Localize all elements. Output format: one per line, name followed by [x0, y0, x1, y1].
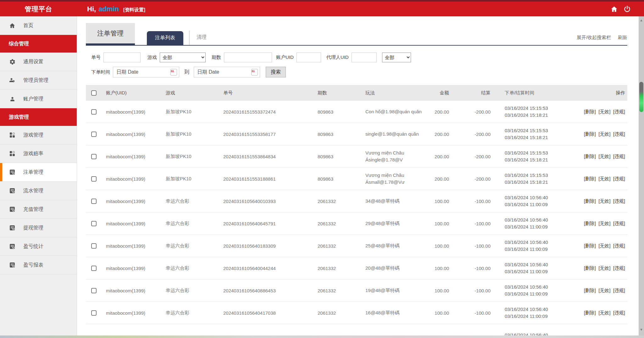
- search-button[interactable]: 搜索: [266, 67, 286, 77]
- status-select[interactable]: 全部: [382, 53, 411, 62]
- tab-order-list[interactable]: 注单列表: [147, 31, 183, 45]
- invalid-link[interactable]: [无效]: [598, 243, 610, 248]
- cell-game: 新加坡PK10: [159, 131, 216, 137]
- delete-link[interactable]: [删除]: [584, 243, 596, 248]
- invalid-link[interactable]: [无效]: [598, 109, 610, 114]
- sidebar-item[interactable]: 盈亏统计: [0, 237, 77, 256]
- violation-link[interactable]: [违规]: [613, 221, 625, 226]
- refresh-link[interactable]: 刷新: [618, 35, 627, 41]
- sidebar-item[interactable]: 账户管理: [0, 90, 77, 108]
- violation-link[interactable]: [违规]: [613, 198, 625, 204]
- sidebar-item[interactable]: 盈亏报表: [0, 256, 77, 274]
- row-checkbox[interactable]: [91, 288, 97, 293]
- cell-period: 2061332: [308, 243, 358, 249]
- delete-link[interactable]: [删除]: [584, 310, 596, 315]
- report-icon: [9, 224, 16, 231]
- sidebar-item[interactable]: 流水管理: [0, 182, 77, 200]
- sidebar-item[interactable]: 游戏赔率: [0, 144, 77, 163]
- sidebar-item[interactable]: 通用设置: [0, 53, 77, 71]
- date-from-input[interactable]: [113, 69, 164, 75]
- power-icon[interactable]: [624, 5, 631, 13]
- scrollbar-thumb[interactable]: [639, 82, 643, 112]
- vertical-scrollbar[interactable]: ▲ ▼: [639, 16, 644, 335]
- row-checkbox[interactable]: [91, 176, 97, 182]
- order-no-input[interactable]: [103, 53, 141, 62]
- sidebar-item[interactable]: 游戏管理: [0, 126, 77, 144]
- period-input[interactable]: [224, 53, 272, 62]
- delete-link[interactable]: [删除]: [584, 265, 596, 271]
- column-header: 账户(UID): [101, 90, 159, 96]
- cell-order-no: 20240316151553358177: [216, 132, 308, 137]
- cell-order-no: 20240316105640010393: [216, 199, 308, 204]
- agent-uid-input[interactable]: [352, 53, 377, 62]
- scroll-down-arrow[interactable]: ▼: [639, 327, 644, 332]
- row-checkbox[interactable]: [91, 132, 97, 137]
- row-checkbox[interactable]: [91, 243, 97, 249]
- select-all-checkbox[interactable]: [91, 90, 97, 96]
- cell-period: 2061332: [308, 221, 358, 226]
- app-header: 管理平台 Hi, admin [资料设置]: [0, 2, 644, 16]
- delete-link[interactable]: [删除]: [584, 131, 596, 137]
- invalid-link[interactable]: [无效]: [598, 265, 610, 271]
- invalid-link[interactable]: [无效]: [598, 176, 610, 181]
- date-to-input[interactable]: [194, 69, 244, 75]
- sidebar-item[interactable]: 注单管理: [0, 163, 77, 182]
- cell-amount: 100.00: [428, 310, 459, 316]
- delete-link[interactable]: [删除]: [584, 154, 596, 159]
- home-icon[interactable]: [610, 6, 618, 13]
- cell-order-no: 20240316105640417038: [216, 310, 308, 316]
- delete-link[interactable]: [删除]: [584, 176, 596, 181]
- invalid-link[interactable]: [无效]: [598, 131, 610, 137]
- violation-link[interactable]: [违规]: [613, 176, 625, 181]
- scroll-up-arrow[interactable]: ▲: [639, 18, 644, 23]
- main-content: 注单管理 注单列表 清理 展开/收起搜索栏 刷新 单号 游戏 全部 期数 账户U…: [77, 16, 639, 338]
- violation-link[interactable]: [违规]: [613, 131, 625, 137]
- profile-settings-link[interactable]: [资料设置]: [123, 7, 145, 13]
- sidebar-item-label: 管理员管理: [23, 77, 48, 84]
- sidebar-item[interactable]: 管理员管理: [0, 71, 77, 90]
- game-select[interactable]: 全部: [160, 53, 206, 62]
- cell-account: mitaobocom(1399): [101, 176, 159, 182]
- cell-actions: [删除] [无效] [违规]: [561, 288, 627, 294]
- row-checkbox[interactable]: [91, 310, 97, 316]
- invalid-link[interactable]: [无效]: [598, 288, 610, 293]
- violation-link[interactable]: [违规]: [613, 310, 625, 315]
- calendar-icon[interactable]: 31: [170, 69, 177, 76]
- cell-period: 809863: [308, 109, 358, 115]
- invalid-link[interactable]: [无效]: [598, 154, 610, 159]
- sidebar-item[interactable]: 首页: [0, 16, 77, 35]
- sidebar-item[interactable]: 提现管理: [0, 219, 77, 237]
- delete-link[interactable]: [删除]: [584, 221, 596, 226]
- row-checkbox[interactable]: [91, 199, 97, 204]
- invalid-link[interactable]: [无效]: [598, 198, 610, 204]
- violation-link[interactable]: [违规]: [613, 265, 625, 271]
- delete-link[interactable]: [删除]: [584, 109, 596, 114]
- date-to-field: 31: [194, 67, 260, 77]
- delete-link[interactable]: [删除]: [584, 198, 596, 204]
- invalid-link[interactable]: [无效]: [598, 221, 610, 226]
- row-checkbox[interactable]: [91, 266, 97, 271]
- row-checkbox[interactable]: [91, 154, 97, 159]
- delete-link[interactable]: [删除]: [584, 288, 596, 293]
- cell-settle: -100.00: [459, 288, 494, 293]
- violation-link[interactable]: [违规]: [613, 243, 625, 248]
- cell-actions: [删除] [无效] [违规]: [561, 198, 627, 204]
- horizontal-scrollbar[interactable]: [0, 335, 644, 338]
- cell-period: 2061332: [308, 310, 358, 316]
- cell-amount: 100.00: [428, 266, 459, 271]
- tab-clean[interactable]: 清理: [189, 31, 214, 45]
- sidebar-item[interactable]: 充值管理: [0, 200, 77, 219]
- row-checkbox[interactable]: [91, 221, 97, 226]
- violation-link[interactable]: [违规]: [613, 288, 625, 293]
- account-uid-input[interactable]: [297, 53, 321, 62]
- row-checkbox[interactable]: [91, 109, 97, 115]
- table-row: mitaobocom(1399) 幸运六合彩 20240316105640044…: [86, 257, 627, 279]
- violation-link[interactable]: [违规]: [613, 109, 625, 114]
- calendar-icon[interactable]: 31: [251, 69, 258, 76]
- cell-account: mitaobocom(1399): [101, 132, 159, 137]
- invalid-link[interactable]: [无效]: [598, 310, 610, 315]
- violation-link[interactable]: [违规]: [613, 154, 625, 159]
- game-label: 游戏: [147, 54, 157, 60]
- cell-amount: 200.00: [428, 109, 459, 115]
- toggle-search-link[interactable]: 展开/收起搜索栏: [577, 35, 611, 41]
